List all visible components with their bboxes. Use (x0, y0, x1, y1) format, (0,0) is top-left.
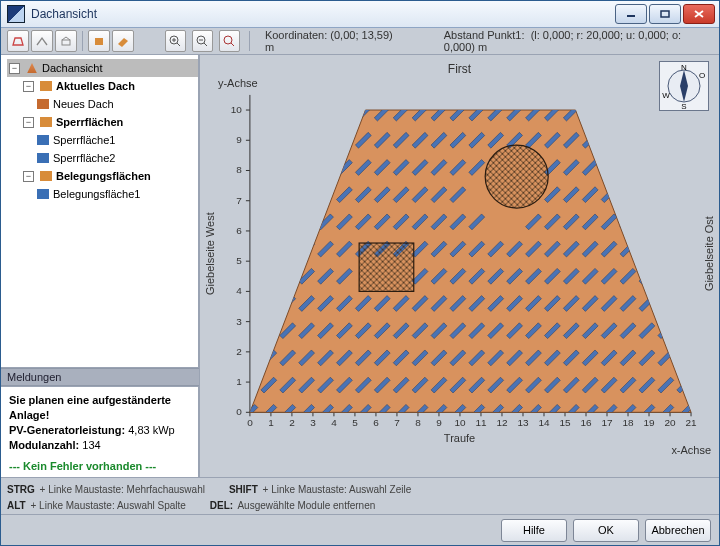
svg-rect-365 (658, 187, 674, 203)
window-title: Dachansicht (31, 7, 97, 21)
svg-text:First: First (448, 62, 472, 76)
svg-rect-107 (261, 105, 277, 121)
svg-rect-352 (639, 187, 655, 203)
svg-rect-120 (280, 105, 296, 121)
roof-plot[interactable]: Firsty-AchseTraufex-AchseGiebelseite Wes… (200, 55, 719, 468)
svg-rect-378 (677, 187, 693, 203)
svg-rect-392 (696, 160, 712, 176)
svg-point-6 (224, 36, 232, 44)
svg-text:5: 5 (352, 417, 358, 428)
svg-rect-372 (677, 350, 693, 366)
minimize-button[interactable] (615, 4, 647, 24)
svg-rect-257 (488, 78, 504, 94)
tree-belegungsflaeche-1[interactable]: Belegungsfläche1 (35, 185, 198, 203)
compass-e: O (699, 71, 705, 80)
svg-text:x-Achse: x-Achse (671, 444, 711, 456)
maximize-button[interactable] (649, 4, 681, 24)
roof-canvas[interactable]: Firsty-AchseTraufex-AchseGiebelseite Wes… (200, 55, 719, 477)
svg-rect-131 (299, 160, 315, 176)
svg-rect-3 (95, 38, 103, 45)
svg-text:8: 8 (236, 164, 242, 175)
tool-block-area-icon[interactable] (88, 30, 110, 52)
svg-rect-278 (526, 78, 542, 94)
svg-rect-343 (620, 78, 636, 94)
svg-text:10: 10 (231, 104, 243, 115)
svg-rect-342 (620, 105, 636, 121)
tree-aktuelles-dach[interactable]: −Aktuelles Dach (21, 77, 198, 95)
svg-text:6: 6 (236, 225, 242, 236)
svg-rect-373 (677, 323, 693, 339)
svg-rect-114 (280, 268, 296, 284)
tool-roof-trapezoid-icon[interactable] (7, 30, 29, 52)
svg-rect-304 (563, 78, 579, 94)
svg-rect-329 (601, 105, 617, 121)
svg-rect-121 (280, 78, 296, 94)
svg-rect-386 (696, 323, 712, 339)
svg-rect-147 (318, 78, 334, 94)
svg-rect-134 (299, 78, 315, 94)
svg-rect-393 (696, 132, 712, 148)
tree-sperrflaeche-1[interactable]: Sperrfläche1 (35, 131, 198, 149)
svg-rect-117 (280, 187, 296, 203)
svg-rect-291 (544, 78, 560, 94)
zoom-fit-icon[interactable] (219, 30, 240, 52)
svg-rect-133 (299, 105, 315, 121)
messages-panel: Sie planen eine aufgeständerte Anlage! P… (1, 386, 199, 477)
tool-dormer-icon[interactable] (55, 30, 77, 52)
cancel-button[interactable]: Abbrechen (645, 519, 711, 542)
tree-sperrflaechen[interactable]: −Sperrflächen (21, 113, 198, 131)
svg-rect-353 (639, 160, 655, 176)
svg-text:4: 4 (331, 417, 337, 428)
title-bar: Dachansicht (1, 1, 719, 28)
svg-rect-129 (299, 214, 315, 230)
tool-roof-gable-icon[interactable] (31, 30, 53, 52)
folder-icon (40, 117, 52, 127)
module-area-icon (37, 189, 49, 199)
svg-rect-367 (658, 132, 674, 148)
svg-rect-384 (696, 377, 712, 393)
tree-neues-dach[interactable]: Neues Dach (35, 95, 198, 113)
tool-module-area-icon[interactable] (112, 30, 134, 52)
zoom-out-icon[interactable] (192, 30, 213, 52)
svg-text:3: 3 (310, 417, 316, 428)
svg-rect-338 (620, 214, 636, 230)
compass-n: N (681, 63, 687, 72)
help-button[interactable]: Hilfe (501, 519, 567, 542)
svg-rect-209 (412, 78, 428, 94)
tree-sperrflaeche-2[interactable]: Sperrfläche2 (35, 149, 198, 167)
zoom-in-icon[interactable] (165, 30, 186, 52)
svg-rect-385 (696, 350, 712, 366)
svg-rect-355 (639, 105, 655, 121)
svg-rect-267 (507, 78, 523, 94)
svg-text:9: 9 (436, 417, 442, 428)
folder-icon (40, 81, 52, 91)
toolbar: Koordinaten: (0,00; 13,59) m Abstand Pun… (1, 28, 719, 55)
svg-text:7: 7 (394, 417, 400, 428)
svg-rect-330 (601, 78, 617, 94)
close-button[interactable] (683, 4, 715, 24)
svg-text:13: 13 (517, 417, 529, 428)
svg-rect-340 (620, 160, 636, 176)
ok-button[interactable]: OK (573, 519, 639, 542)
tree-view[interactable]: −Dachansicht −Aktuelles Dach Neues Dach … (1, 55, 199, 368)
app-icon (7, 5, 25, 23)
compass: N O S W (659, 61, 709, 111)
svg-text:12: 12 (496, 417, 508, 428)
svg-rect-145 (318, 132, 334, 148)
svg-marker-81 (250, 110, 691, 412)
svg-rect-108 (261, 78, 277, 94)
svg-rect-316 (582, 105, 598, 121)
svg-rect-379 (677, 160, 693, 176)
svg-rect-363 (658, 241, 674, 257)
svg-rect-362 (658, 268, 674, 284)
svg-text:Giebelseite Ost: Giebelseite Ost (703, 216, 715, 291)
svg-rect-351 (639, 214, 655, 230)
tree-root-dachansicht[interactable]: −Dachansicht (7, 59, 198, 77)
svg-rect-391 (696, 187, 712, 203)
tree-belegungsflaechen[interactable]: −Belegungsflächen (21, 167, 198, 185)
svg-rect-328 (601, 132, 617, 148)
svg-rect-100 (261, 296, 277, 312)
svg-rect-172 (355, 78, 371, 94)
svg-rect-130 (299, 187, 315, 203)
svg-text:y-Achse: y-Achse (218, 77, 258, 89)
